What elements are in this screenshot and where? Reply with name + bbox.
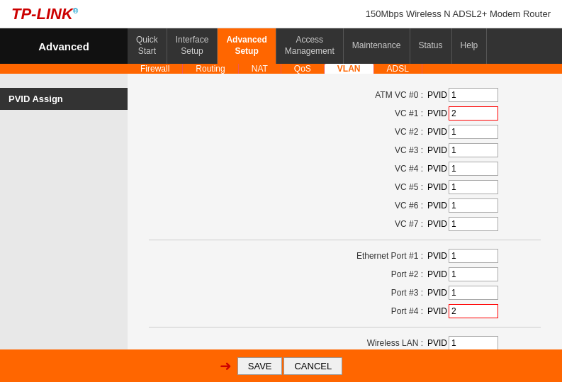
cancel-button[interactable]: CANCEL: [283, 357, 342, 375]
input-atm-vc7[interactable]: [449, 217, 498, 231]
input-atm-vc0[interactable]: [449, 88, 498, 102]
device-title: 150Mbps Wireless N ADSL2+ Modem Router: [366, 9, 551, 19]
divider-2: [149, 327, 541, 327]
form-row-atm-vc7: VC #7 : PVID: [149, 217, 541, 231]
input-eth-port1[interactable]: [449, 249, 498, 263]
label-atm-vc3: VC #3 :: [338, 145, 423, 155]
form-row-atm-vc3: VC #3 : PVID: [149, 143, 541, 157]
atm-section: ATM VC #0 : PVID VC #1 : PVID VC #2 : PV…: [149, 88, 541, 231]
input-atm-vc2[interactable]: [449, 125, 498, 139]
header: TP-LINK® 150Mbps Wireless N ADSL2+ Modem…: [0, 0, 562, 28]
label-wireless-lan: Wireless LAN :: [338, 338, 423, 348]
label-atm-vc5: VC #5 :: [338, 182, 423, 192]
form-row-atm-vc5: VC #5 : PVID: [149, 180, 541, 194]
nav-bar: Advanced QuickStart InterfaceSetup Advan…: [0, 28, 562, 64]
sub-nav-vlan[interactable]: VLAN: [325, 64, 374, 74]
form-row-eth-port3: Port #3 : PVID: [149, 286, 541, 300]
form-row-atm-vc6: VC #6 : PVID: [149, 198, 541, 213]
label-atm-vc2: VC #2 :: [338, 127, 423, 137]
pvid-label-atm-vc7: PVID: [427, 219, 447, 229]
label-eth-port2: Port #2 :: [338, 269, 423, 279]
footer: ➜ SAVE CANCEL: [0, 349, 562, 382]
label-atm-vc4: VC #4 :: [338, 164, 423, 174]
nav-items: QuickStart InterfaceSetup AdvancedSetup …: [128, 28, 562, 64]
nav-item-interface-setup[interactable]: InterfaceSetup: [167, 28, 218, 64]
label-atm-vc0: ATM VC #0 :: [338, 90, 423, 100]
form-row-atm-vc4: VC #4 : PVID: [149, 162, 541, 176]
label-eth-port3: Port #3 :: [338, 288, 423, 298]
label-atm-vc7: VC #7 :: [338, 219, 423, 229]
sidebar-section-pvid: PVID Assign: [0, 88, 128, 110]
pvid-label-eth-port4: PVID: [427, 306, 447, 316]
form-row-eth-port4: Port #4 : PVID: [149, 304, 541, 318]
wireless-section: Wireless LAN : PVID: [149, 336, 541, 349]
input-atm-vc3[interactable]: [449, 143, 498, 157]
form-row-atm-vc0: ATM VC #0 : PVID: [149, 88, 541, 102]
nav-item-maintenance[interactable]: Maintenance: [344, 28, 410, 64]
pvid-label-atm-vc0: PVID: [427, 90, 447, 100]
save-button[interactable]: SAVE: [237, 357, 283, 375]
form-row-atm-vc2: VC #2 : PVID: [149, 125, 541, 139]
input-eth-port4[interactable]: [449, 304, 498, 318]
ethernet-section: Ethernet Port #1 : PVID Port #2 : PVID P…: [149, 249, 541, 318]
nav-advanced-label: Advanced: [0, 28, 128, 64]
content-area: PVID Assign ATM VC #0 : PVID VC #1 : PVI…: [0, 74, 562, 349]
input-eth-port2[interactable]: [449, 267, 498, 281]
form-row-wireless-lan: Wireless LAN : PVID: [149, 336, 541, 349]
sub-nav-firewall[interactable]: Firewall: [128, 64, 183, 74]
pvid-label-eth-port1: PVID: [427, 251, 447, 261]
input-eth-port3[interactable]: [449, 286, 498, 300]
pvid-label-atm-vc1: PVID: [427, 108, 447, 118]
nav-item-access-management[interactable]: AccessManagement: [276, 28, 344, 64]
label-eth-port4: Port #4 :: [338, 306, 423, 316]
logo: TP-LINK®: [11, 5, 78, 23]
input-atm-vc6[interactable]: [449, 198, 498, 213]
pvid-label-atm-vc3: PVID: [427, 145, 447, 155]
input-atm-vc4[interactable]: [449, 162, 498, 176]
nav-item-quick-start[interactable]: QuickStart: [128, 28, 167, 64]
sub-nav-nat[interactable]: NAT: [239, 64, 281, 74]
nav-item-help[interactable]: Help: [452, 28, 488, 64]
pvid-label-atm-vc6: PVID: [427, 201, 447, 211]
sub-nav-routing[interactable]: Routing: [183, 64, 238, 74]
arrow-icon: ➜: [220, 357, 232, 374]
form-row-eth-port2: Port #2 : PVID: [149, 267, 541, 281]
nav-item-status[interactable]: Status: [410, 28, 452, 64]
input-atm-vc1[interactable]: [449, 106, 498, 121]
divider-1: [149, 240, 541, 240]
label-atm-vc1: VC #1 :: [338, 108, 423, 118]
pvid-label-atm-vc5: PVID: [427, 182, 447, 192]
sidebar: PVID Assign: [0, 74, 128, 349]
form-row-eth-port1: Ethernet Port #1 : PVID: [149, 249, 541, 263]
sub-nav-qos[interactable]: QoS: [281, 64, 325, 74]
form-row-atm-vc1: VC #1 : PVID: [149, 106, 541, 121]
pvid-label-wireless-lan: PVID: [427, 338, 447, 348]
sub-nav-adsl[interactable]: ADSL: [374, 64, 422, 74]
nav-item-advanced-setup[interactable]: AdvancedSetup: [218, 28, 276, 64]
input-atm-vc5[interactable]: [449, 180, 498, 194]
pvid-label-atm-vc2: PVID: [427, 127, 447, 137]
pvid-label-eth-port2: PVID: [427, 269, 447, 279]
main-content: ATM VC #0 : PVID VC #1 : PVID VC #2 : PV…: [128, 74, 562, 349]
pvid-label-eth-port3: PVID: [427, 288, 447, 298]
label-eth-port1: Ethernet Port #1 :: [338, 251, 423, 261]
pvid-label-atm-vc4: PVID: [427, 164, 447, 174]
input-wireless-lan[interactable]: [449, 336, 498, 349]
label-atm-vc6: VC #6 :: [338, 201, 423, 211]
